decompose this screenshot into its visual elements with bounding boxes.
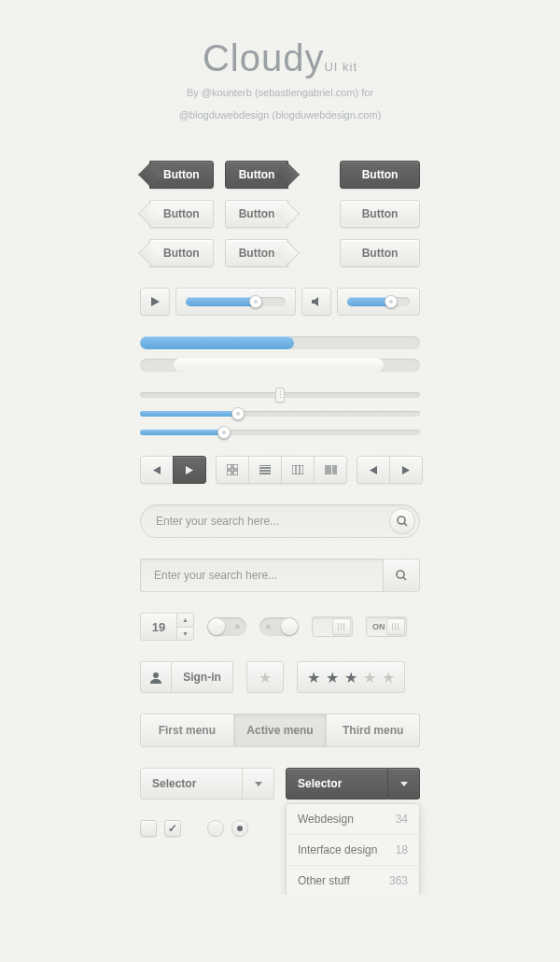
view-group [216,456,347,484]
byline-1: By @kounterb (sebastiengabriel.com) for [140,85,420,102]
button-label: Button [239,168,275,181]
search-icon [397,516,408,527]
svg-rect-3 [233,471,238,475]
volume-track[interactable] [337,288,420,316]
svg-rect-1 [233,464,238,469]
next-button[interactable] [389,456,423,484]
search-input[interactable]: Enter your search here... [140,559,383,592]
play-button[interactable] [140,288,170,316]
search-pill[interactable]: Enter your search here... [140,504,420,538]
rating-single: ★ [246,661,284,693]
list-view-button[interactable] [248,456,282,484]
button-back[interactable]: Button [149,200,214,228]
star-2[interactable]: ★ [326,669,339,686]
signin-label: Sign-in [172,661,233,693]
button[interactable]: Button [340,200,420,228]
volume-button[interactable] [301,288,331,316]
columns-icon [292,465,303,474]
selector-light[interactable]: Selector [140,768,274,799]
svg-rect-0 [227,464,231,469]
nav-group-2 [357,456,423,484]
search-placeholder: Enter your search here... [154,569,277,582]
button-label: Button [362,247,399,260]
button-forward[interactable]: Button [225,239,289,267]
star-5[interactable]: ★ [382,669,395,686]
checkbox-unchecked[interactable] [140,820,157,837]
title-text: Cloudy [203,37,325,78]
number-stepper: 19 ▲ ▼ [140,613,194,641]
selector-dark[interactable]: Selector [286,768,420,799]
list-icon [259,465,271,474]
button-back-dark[interactable]: Button [149,161,214,189]
radio-unchecked[interactable] [207,820,224,837]
stepper-up[interactable]: ▲ [177,614,193,628]
svg-rect-2 [227,471,231,475]
dropdown-count: 34 [396,813,408,826]
byline-2: @blogduwebdesign (blogduwebdesign.com) [140,107,420,124]
star-3[interactable]: ★ [344,669,357,686]
toggle-pill-on[interactable] [259,617,299,636]
toggle-label: ON [367,622,385,631]
button-label: Button [362,168,399,181]
grid-view-button[interactable] [216,456,249,484]
tab-active[interactable]: Active menu [234,714,328,747]
tab-label: Active menu [246,724,313,737]
star-1[interactable]: ★ [307,669,320,686]
column-view-button[interactable] [281,456,315,484]
selector-label: Selector [152,777,196,790]
dropdown-item[interactable]: Webdesign 34 [287,804,419,834]
slider-blue-2[interactable] [140,430,420,435]
search-button[interactable] [389,508,415,534]
star-4[interactable]: ★ [363,669,376,686]
slider-blue-1[interactable] [140,411,420,417]
seek-track[interactable] [175,288,296,316]
prev-button[interactable] [140,456,174,484]
toggle-pill-off[interactable] [207,617,246,636]
tab-third[interactable]: Third menu [327,714,420,747]
button[interactable]: Button [340,239,420,267]
stepper-down[interactable]: ▼ [177,628,193,641]
title-subtitle: UI kit [324,60,357,74]
radio-checked[interactable] [231,820,248,837]
dropdown-label: Interface design [298,843,377,856]
button-label: Button [163,168,200,181]
search-rect: Enter your search here... [140,559,420,592]
tab-label: First menu [159,724,216,737]
svg-rect-4 [292,465,303,474]
search-button[interactable] [383,559,420,592]
button-back[interactable]: Button [149,239,214,267]
header: CloudyUI kit By @kounterb (sebastiengabr… [140,37,420,123]
grid-icon [227,464,238,475]
button-label: Button [362,207,399,220]
button-label: Button [163,207,200,220]
star-icon[interactable]: ★ [259,669,272,686]
toggle-rect-on[interactable]: ON [366,616,407,637]
button-forward-dark[interactable]: Button [225,161,289,189]
chevron-down-icon [255,782,262,786]
dropdown-item[interactable]: Other stuff 363 [287,865,419,895]
kit-title: CloudyUI kit [140,37,420,79]
triangle-left-icon [370,466,377,474]
search-icon [396,570,407,581]
button-dark[interactable]: Button [340,161,420,189]
tab-first[interactable]: First menu [140,714,234,747]
dropdown-label: Other stuff [298,874,350,887]
triangle-right-icon [402,466,410,474]
next-button-active[interactable] [173,456,206,484]
slider-center[interactable] [140,392,420,398]
tab-menu: First menu Active menu Third menu [140,714,420,747]
prev-button[interactable] [357,456,390,484]
tab-label: Third menu [343,724,403,737]
barcode-view-button[interactable] [314,456,347,484]
checkbox-checked[interactable] [164,820,181,837]
signin-button[interactable]: Sign-in [140,661,233,693]
play-icon [151,297,160,306]
progress-blue [140,336,420,349]
svg-point-5 [398,516,405,524]
toggle-rect-off[interactable] [312,616,353,637]
dropdown-item[interactable]: Interface design 18 [287,834,419,865]
rating-multi: ★ ★ ★ ★ ★ [297,661,405,693]
volume-icon [312,297,322,306]
button-forward[interactable]: Button [225,200,289,228]
stepper-value: 19 [140,613,177,641]
